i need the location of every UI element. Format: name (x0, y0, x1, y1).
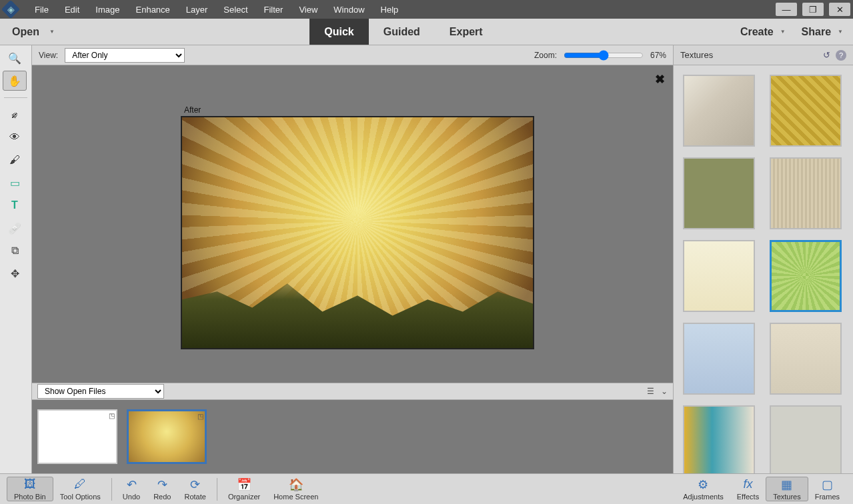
straighten-tool[interactable]: ▭ (3, 173, 27, 193)
open-button[interactable]: Open ▼ (0, 19, 67, 45)
mode-bar: Open ▼ Quick Guided Expert Create▼ Share… (0, 19, 853, 45)
zoom-label: Zoom: (534, 51, 557, 60)
share-button[interactable]: Share▼ (802, 26, 843, 38)
open-label: Open (12, 26, 39, 38)
reset-icon[interactable]: ↺ (823, 50, 830, 61)
mode-expert[interactable]: Expert (435, 19, 498, 45)
after-label: After (184, 105, 201, 115)
canvas-image[interactable] (181, 116, 534, 349)
texture-swatch-1[interactable] (683, 75, 755, 147)
bin-filter-dropdown[interactable]: Show Open Files (37, 384, 164, 399)
undo-button[interactable]: ↶Undo (116, 477, 147, 501)
frames-button[interactable]: ▢Frames (808, 477, 846, 501)
menu-file[interactable]: File (27, 5, 57, 15)
menu-view[interactable]: View (291, 5, 325, 15)
close-document-button[interactable]: ✖ (655, 72, 665, 87)
organizer-button[interactable]: 📅Organizer (221, 477, 267, 501)
menu-window[interactable]: Window (325, 5, 372, 15)
zoom-tool[interactable]: 🔍 (3, 48, 27, 68)
bottom-bar: 🖼Photo Bin 🖊Tool Options ↶Undo ↷Redo ⟳Ro… (0, 473, 853, 504)
view-bar: View: After Only Zoom: 67% (32, 45, 673, 65)
bin-list-icon[interactable]: ☰ (647, 387, 654, 396)
menu-help[interactable]: Help (373, 5, 407, 15)
effects-button[interactable]: fxEffects (730, 477, 766, 501)
crop-tool[interactable]: ⧉ (3, 241, 27, 261)
textures-button[interactable]: ▦Textures (766, 477, 808, 501)
title-bar: ◈ File Edit Image Enhance Layer Select F… (0, 0, 853, 19)
chevron-down-icon: ▼ (838, 29, 843, 35)
redeye-tool[interactable]: 👁 (3, 127, 27, 147)
texture-swatch-7[interactable] (683, 323, 755, 395)
chevron-down-icon: ▼ (780, 29, 786, 35)
menu-enhance[interactable]: Enhance (128, 5, 178, 15)
type-tool[interactable]: T (3, 195, 27, 215)
canvas-area: ✖ After (32, 65, 673, 383)
tool-palette: 🔍 ✋ ⸙ 👁 🖌 ▭ T 🩹 ⧉ ✥ (0, 45, 32, 473)
view-dropdown[interactable]: After Only (65, 48, 185, 63)
menu-filter[interactable]: Filter (256, 5, 291, 15)
bin-thumb-2[interactable]: ◳ (127, 409, 207, 464)
texture-swatch-8[interactable] (770, 323, 842, 395)
app-icon: ◈ (1, 0, 20, 19)
home-screen-button[interactable]: 🏠Home Screen (267, 477, 325, 501)
whiten-teeth-tool[interactable]: 🖌 (3, 150, 27, 170)
hand-tool[interactable]: ✋ (3, 71, 27, 91)
adjustments-button[interactable]: ⚙Adjustments (676, 477, 730, 501)
maximize-button[interactable]: ❐ (802, 3, 824, 16)
help-icon[interactable]: ? (836, 50, 846, 61)
texture-swatch-3[interactable] (683, 157, 755, 229)
photo-bin-header: Show Open Files ☰ ⌄ (32, 383, 673, 400)
move-tool[interactable]: ✥ (3, 263, 27, 283)
window-controls: — ❐ ✕ (773, 3, 853, 16)
zoom-slider[interactable] (564, 50, 644, 61)
texture-swatch-10[interactable] (770, 405, 842, 473)
chevron-down-icon: ▼ (49, 29, 55, 35)
textures-grid (674, 65, 853, 473)
minimize-button[interactable]: — (776, 3, 797, 16)
redo-button[interactable]: ↷Redo (147, 477, 177, 501)
menu-layer[interactable]: Layer (178, 5, 216, 15)
right-panel-title: Textures (680, 50, 713, 60)
mode-quick[interactable]: Quick (309, 19, 368, 45)
close-button[interactable]: ✕ (829, 3, 850, 16)
main-menu: File Edit Image Enhance Layer Select Fil… (27, 5, 406, 15)
rotate-button[interactable]: ⟳Rotate (177, 477, 212, 501)
photo-bin: ◳ ◳ (32, 400, 673, 473)
texture-swatch-5[interactable] (683, 240, 755, 312)
bin-thumb-1[interactable]: ◳ (37, 409, 117, 464)
texture-swatch-4[interactable] (770, 157, 842, 229)
menu-select[interactable]: Select (215, 5, 255, 15)
texture-swatch-6[interactable] (770, 240, 842, 312)
menu-image[interactable]: Image (87, 5, 127, 15)
bin-collapse-icon[interactable]: ⌄ (661, 387, 668, 396)
right-panel-header: Textures ↺ ? (674, 45, 853, 65)
photo-bin-button[interactable]: 🖼Photo Bin (7, 477, 53, 501)
menu-edit[interactable]: Edit (57, 5, 87, 15)
create-button[interactable]: Create▼ (740, 26, 786, 38)
view-label: View: (39, 51, 58, 60)
texture-swatch-2[interactable] (770, 75, 842, 147)
quick-selection-tool[interactable]: ⸙ (3, 105, 27, 125)
right-panel: Textures ↺ ? (673, 45, 853, 473)
texture-swatch-9[interactable] (683, 405, 755, 473)
zoom-value: 67% (650, 51, 666, 60)
mode-guided[interactable]: Guided (369, 19, 435, 45)
spot-healing-tool[interactable]: 🩹 (3, 218, 27, 238)
tool-options-button[interactable]: 🖊Tool Options (53, 477, 107, 501)
